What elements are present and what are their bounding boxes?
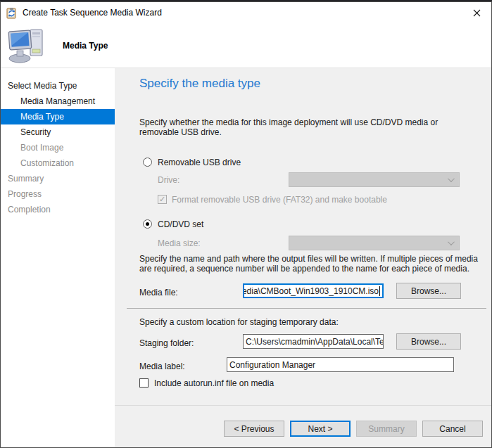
media-file-input[interactable]: src\src$\BootMedia\CMBoot_Win1903_1910CM… bbox=[243, 283, 384, 298]
wizard-dialog: Create Task Sequence Media Wizard Media … bbox=[0, 1, 492, 448]
sidebar-item-media-management: Media Management bbox=[1, 94, 115, 109]
page-title: Specify the media type bbox=[139, 77, 260, 91]
sidebar-item-media-type: Media Type bbox=[1, 109, 115, 124]
cancel-button[interactable]: Cancel bbox=[422, 421, 483, 437]
output-path-text: Specify the name and path where the outp… bbox=[139, 254, 486, 274]
cd-dvd-radio[interactable] bbox=[143, 219, 152, 229]
media-file-browse-button[interactable]: Browse... bbox=[396, 283, 461, 299]
drive-dropdown bbox=[289, 172, 460, 187]
wizard-header: Media Type bbox=[1, 23, 491, 68]
page-header-title: Media Type bbox=[63, 41, 108, 51]
computer-icon bbox=[7, 25, 48, 66]
content-panel: Specify the media type Specify whether t… bbox=[115, 68, 491, 447]
task-sequence-wizard-icon bbox=[6, 7, 18, 19]
close-button[interactable] bbox=[462, 2, 491, 23]
main-area: Select Media TypeMedia ManagementMedia T… bbox=[1, 68, 491, 447]
button-row-separator bbox=[115, 405, 491, 406]
intro-text: Specify whether the media for this image… bbox=[139, 117, 476, 137]
media-label-input[interactable]: Configuration Manager bbox=[227, 357, 454, 372]
format-usb-checkbox-label: Format removable USB drive (FAT32) and m… bbox=[172, 195, 387, 205]
sidebar-item-summary: Summary bbox=[1, 171, 115, 186]
sidebar-item-boot-image: Boot Image bbox=[1, 140, 115, 155]
sidebar-nav: Select Media TypeMedia ManagementMedia T… bbox=[1, 68, 115, 447]
media-label-value: Configuration Manager bbox=[229, 360, 315, 370]
next-button[interactable]: Next > bbox=[290, 421, 351, 437]
sidebar-item-select-media-type: Select Media Type bbox=[1, 78, 115, 94]
staging-folder-input[interactable]: C:\Users\cmadmin\AppData\Local\Temp\1\ bbox=[243, 334, 384, 349]
chevron-down-icon bbox=[448, 238, 455, 245]
sidebar-item-customization: Customization bbox=[1, 155, 115, 171]
autorun-checkbox-label[interactable]: Include autorun.inf file on media bbox=[154, 378, 274, 388]
drive-label: Drive: bbox=[158, 175, 179, 185]
sidebar-item-security: Security bbox=[1, 124, 115, 140]
title-bar: Create Task Sequence Media Wizard bbox=[1, 2, 491, 23]
text-cursor bbox=[379, 286, 380, 296]
media-file-label: Media file: bbox=[139, 288, 178, 297]
media-size-dropdown bbox=[289, 236, 460, 250]
close-icon bbox=[473, 9, 481, 17]
sidebar-item-completion: Completion bbox=[1, 202, 115, 217]
media-label-label: Media label: bbox=[139, 361, 185, 371]
sidebar-item-progress: Progress bbox=[1, 186, 115, 202]
window-title: Create Task Sequence Media Wizard bbox=[23, 8, 462, 18]
staging-folder-value: C:\Users\cmadmin\AppData\Local\Temp\1\ bbox=[246, 337, 384, 347]
format-usb-checkbox: ✓ bbox=[158, 195, 167, 204]
usb-drive-radio-label[interactable]: Removable USB drive bbox=[158, 158, 241, 167]
staging-folder-label: Staging folder: bbox=[139, 338, 194, 348]
media-size-label: Media size: bbox=[158, 238, 201, 248]
summary-button[interactable]: Summary bbox=[356, 421, 417, 437]
staging-text: Specify a custom location for staging te… bbox=[139, 317, 486, 327]
media-file-value: src\src$\BootMedia\CMBoot_Win1903_1910CM… bbox=[243, 286, 379, 296]
autorun-checkbox[interactable] bbox=[139, 378, 149, 388]
chevron-down-icon bbox=[448, 175, 455, 182]
staging-folder-browse-button[interactable]: Browse... bbox=[396, 333, 461, 350]
usb-drive-radio[interactable] bbox=[143, 158, 152, 167]
section-divider bbox=[127, 308, 486, 309]
previous-button[interactable]: < Previous bbox=[224, 421, 284, 437]
cd-dvd-radio-label[interactable]: CD/DVD set bbox=[158, 219, 203, 229]
